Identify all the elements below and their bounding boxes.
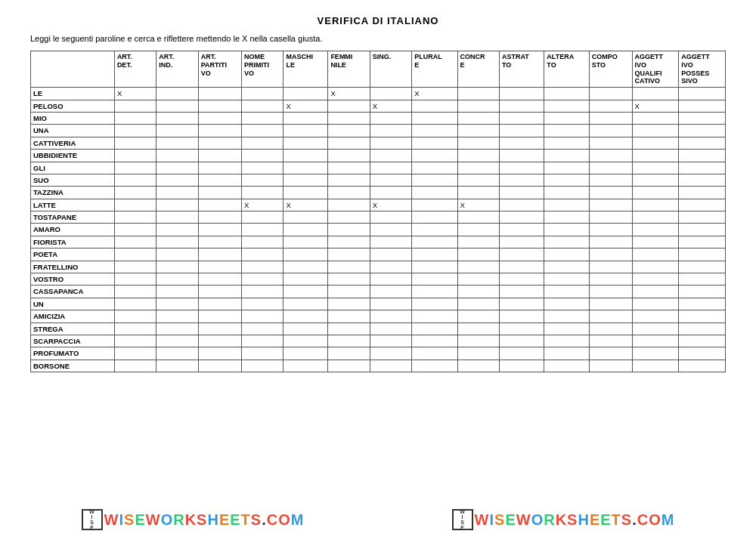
cell-8-0 <box>114 187 156 199</box>
cell-12-9 <box>499 236 544 248</box>
cell-22-6 <box>370 360 411 372</box>
wise-logo-2: WISE <box>452 509 473 530</box>
cell-0-5: X <box>328 88 370 100</box>
cell-21-9 <box>499 347 544 360</box>
cell-2-2 <box>198 112 241 124</box>
cell-21-13 <box>679 347 726 360</box>
table-row: UBBIDIENTE <box>31 150 726 162</box>
cell-1-5 <box>328 100 370 112</box>
cell-1-3 <box>242 100 284 112</box>
cell-21-11 <box>589 347 632 360</box>
cell-12-11 <box>589 236 632 248</box>
cell-1-6: X <box>370 100 411 112</box>
cell-15-11 <box>589 273 632 286</box>
cell-21-0 <box>114 347 156 360</box>
cell-1-0 <box>114 100 156 112</box>
cell-4-4 <box>284 137 328 149</box>
cell-11-6 <box>370 224 411 236</box>
cell-13-11 <box>589 248 632 261</box>
col-header-13: AGGETTIVOQUALIFICATIVO <box>632 51 679 88</box>
col-header-1: ART.DET. <box>114 51 156 88</box>
cell-17-1 <box>156 298 198 310</box>
cell-1-10 <box>544 100 589 112</box>
cell-17-12 <box>632 298 679 310</box>
cell-15-4 <box>284 273 328 286</box>
cell-17-7 <box>412 298 457 310</box>
cell-9-10 <box>544 199 589 211</box>
cell-16-13 <box>679 286 726 298</box>
cell-14-1 <box>156 261 198 273</box>
cell-11-0 <box>114 224 156 236</box>
cell-2-6 <box>370 112 411 124</box>
word-cell-18: AMICIZIA <box>31 310 115 323</box>
cell-12-3 <box>242 236 284 248</box>
cell-13-13 <box>679 248 726 261</box>
cell-11-13 <box>679 224 726 236</box>
cell-17-10 <box>544 298 589 310</box>
cell-12-8 <box>457 236 499 248</box>
cell-9-11 <box>589 199 632 211</box>
cell-13-4 <box>284 248 328 261</box>
cell-8-7 <box>412 187 457 199</box>
cell-8-5 <box>328 187 370 199</box>
cell-0-2 <box>198 88 241 100</box>
cell-8-1 <box>156 187 198 199</box>
col-header-8: PLURALE <box>412 51 457 88</box>
table-row: GLI <box>31 162 726 174</box>
cell-14-11 <box>589 261 632 273</box>
cell-14-5 <box>328 261 370 273</box>
cell-11-3 <box>242 224 284 236</box>
cell-16-10 <box>544 286 589 298</box>
cell-1-2 <box>198 100 241 112</box>
cell-5-12 <box>632 150 679 162</box>
word-cell-1: PELOSO <box>31 100 115 112</box>
col-header-3: ART.PARTITIVO <box>198 51 241 88</box>
cell-1-13 <box>679 100 726 112</box>
cell-1-11 <box>589 100 632 112</box>
word-cell-11: AMARO <box>31 224 115 236</box>
cell-18-2 <box>198 310 241 323</box>
cell-12-1 <box>156 236 198 248</box>
cell-16-8 <box>457 286 499 298</box>
table-row: SUO <box>31 174 726 186</box>
cell-11-11 <box>589 224 632 236</box>
word-cell-4: CATTIVERIA <box>31 137 115 149</box>
cell-3-1 <box>156 125 198 137</box>
cell-20-4 <box>284 335 328 347</box>
cell-20-0 <box>114 335 156 347</box>
cell-19-12 <box>632 323 679 335</box>
cell-7-0 <box>114 174 156 186</box>
cell-5-5 <box>328 150 370 162</box>
cell-10-0 <box>114 211 156 224</box>
table-row: LEXXX <box>31 88 726 100</box>
word-cell-19: STREGA <box>31 323 115 335</box>
cell-11-10 <box>544 224 589 236</box>
cell-6-6 <box>370 162 411 174</box>
word-cell-10: TOSTAPANE <box>31 211 115 224</box>
cell-6-4 <box>284 162 328 174</box>
cell-3-10 <box>544 125 589 137</box>
cell-13-1 <box>156 248 198 261</box>
cell-17-6 <box>370 298 411 310</box>
word-cell-21: PROFUMATO <box>31 347 115 360</box>
cell-19-0 <box>114 323 156 335</box>
cell-22-3 <box>242 360 284 372</box>
cell-18-0 <box>114 310 156 323</box>
cell-0-8 <box>457 88 499 100</box>
cell-21-6 <box>370 347 411 360</box>
col-header-14: AGGETTIVOPOSSESSIVO <box>679 51 726 88</box>
cell-19-3 <box>242 323 284 335</box>
cell-7-7 <box>412 174 457 186</box>
cell-12-10 <box>544 236 589 248</box>
cell-4-3 <box>242 137 284 149</box>
col-header-2: ART.IND. <box>156 51 198 88</box>
word-cell-5: UBBIDIENTE <box>31 150 115 162</box>
cell-19-13 <box>679 323 726 335</box>
cell-17-0 <box>114 298 156 310</box>
cell-7-2 <box>198 174 241 186</box>
cell-0-13 <box>679 88 726 100</box>
cell-10-6 <box>370 211 411 224</box>
cell-13-12 <box>632 248 679 261</box>
cell-19-9 <box>499 323 544 335</box>
cell-7-12 <box>632 174 679 186</box>
